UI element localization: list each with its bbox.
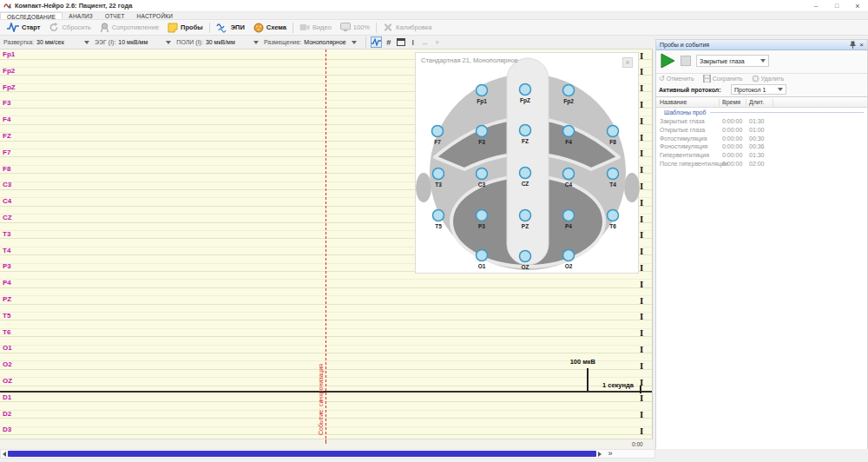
channel-label-FpZ: FpZ [3, 83, 16, 92]
channel-baseline [0, 401, 653, 402]
scrollbar-thumb[interactable] [8, 451, 596, 457]
channel-calibration-marker: I [640, 214, 643, 224]
channel-label-D1: D1 [3, 393, 11, 402]
100%-button[interactable]: 100% [336, 21, 374, 35]
tab-анализ[interactable]: АНАЛИЗ [62, 12, 99, 19]
cell-name: После гипервентиляции [660, 161, 728, 167]
h-scale-tool[interactable]: ↔ [419, 36, 431, 48]
action-label: Сохранить [713, 76, 743, 82]
cell-time: 0:00:00 [722, 152, 742, 158]
setting-field-1[interactable]: ЭЭГ (I):10 мкВ/мм [95, 39, 171, 45]
setting-field-0[interactable]: Развертка:30 мм/сек [3, 39, 89, 45]
toolbar-separator [293, 23, 293, 33]
сопротивление-button[interactable]: Сопротивление [95, 21, 163, 35]
electrode-Fp2 [563, 85, 575, 96]
tab-обследование[interactable]: ОБСЛЕДОВАНИЕ [0, 12, 62, 19]
channel-calibration-marker: I [640, 393, 643, 403]
setting-value: Монополярное [304, 39, 349, 45]
trace-style-tool[interactable] [371, 36, 382, 48]
note-icon [168, 23, 178, 33]
калибровка-button[interactable]: Калибровка [378, 21, 436, 35]
схема-button[interactable]: Схема [249, 21, 291, 35]
stop-test-button[interactable] [681, 56, 691, 66]
channel-label-C4: C4 [3, 197, 11, 206]
tab-настройки[interactable]: НАСТРОЙКИ [131, 12, 180, 19]
electrode-label-C3: C3 [478, 182, 486, 188]
protocol-selector[interactable]: Протокол 1 [731, 84, 786, 95]
channel-calibration-marker: I [640, 165, 643, 175]
channel-midline [0, 345, 653, 346]
table-row[interactable]: Гипервентиляция0:00:0001:30 [656, 151, 867, 160]
table-row[interactable]: После гипервентиляции0:00:0002:00 [656, 160, 867, 168]
channel-calibration-marker: I [640, 328, 643, 338]
close-button[interactable] [847, 0, 868, 11]
toolbar-button-label: Пробы [181, 23, 203, 31]
setting-value: 30 мкВ/мм [206, 39, 251, 45]
setting-field-2[interactable]: ПОЛИ (I):30 мкВ/мм [176, 39, 259, 45]
channel-label-F3: F3 [3, 99, 10, 108]
event-actions: ↺ОтменитьСохранитьУдалить [656, 73, 867, 83]
отменить-button[interactable]: ↺Отменить [659, 76, 694, 82]
layout-tool[interactable] [395, 36, 406, 48]
table-row[interactable]: Закрытые глаза0:00:0001:30 [656, 117, 867, 126]
calibration-icon [383, 23, 393, 32]
panel-close-icon[interactable] [859, 42, 864, 49]
сохранить-button[interactable]: Сохранить [703, 75, 743, 83]
видео-button[interactable]: Видео [295, 21, 336, 35]
cell-time: 0:00:00 [722, 135, 742, 142]
electrode-label-F7: F7 [434, 139, 441, 145]
сбросить-button[interactable]: Сбросить [44, 21, 95, 35]
cursor-tool[interactable]: I [407, 36, 418, 48]
events-panel-header: Пробы и события [656, 40, 867, 50]
horizontal-scrollbar[interactable] [0, 449, 655, 459]
toolbar-button-label: Схема [266, 23, 286, 31]
montage-panel-button[interactable] [622, 57, 633, 68]
эпи-button[interactable]: ЭПИ [212, 21, 249, 35]
column-header-name[interactable]: Название [660, 99, 687, 105]
toolbar-button-label: Видео [312, 23, 332, 31]
setting-field-3[interactable]: Размещение:Монополярное [264, 39, 357, 45]
tests-table-header: Название Время Длит. [656, 97, 867, 108]
table-row[interactable]: Фоностимуляция0:00:0000:36 [656, 142, 867, 151]
app-window: { "window": { "title": "Компакт-Нейро 2.… [0, 0, 868, 462]
pin-icon[interactable] [850, 41, 856, 49]
minimize-button[interactable] [806, 0, 826, 11]
electrode-label-CZ: CZ [522, 181, 529, 187]
channel-calibration-marker: I [640, 51, 643, 61]
пробы-button[interactable]: Пробы [163, 21, 207, 35]
channel-calibration-marker: I [640, 198, 643, 208]
trace-area[interactable]: Fp1IFp2IFpZIF3IF4IFZIF7IF8IC3IC4ICZIT3IT… [0, 50, 653, 439]
test-selector[interactable]: Закрытые глаза [696, 55, 769, 67]
scroll-left-button[interactable] [1, 450, 8, 458]
column-header-duration[interactable]: Длит. [749, 99, 764, 105]
старт-button[interactable]: Старт [3, 21, 44, 35]
maximize-button[interactable] [826, 0, 847, 11]
channel-midline [0, 410, 653, 411]
table-row[interactable]: Фотостимуляция0:00:0000:30 [656, 135, 867, 143]
title-bar: Компакт-Нейро 2.6: Пациент, 22 года [0, 0, 868, 12]
group-rule [710, 112, 865, 113]
tab-отчет[interactable]: ОТЧЕТ [99, 12, 131, 19]
cell-name: Гипервентиляция [660, 152, 709, 158]
chevron-down-icon [84, 41, 89, 44]
grid-tool[interactable]: # [383, 36, 394, 48]
main-toolbar: СтартСброситьСопротивлениеПробыЭПИСхемаВ… [0, 20, 868, 36]
events-panel: Пробы и события Закрытые глаза ↺Отменить… [655, 39, 868, 449]
scroll-more-button[interactable] [603, 449, 617, 459]
setting-label: ЭЭГ (I): [95, 39, 115, 45]
table-row[interactable]: Открытые глаза0:00:0001:00 [656, 126, 867, 135]
marker-tool[interactable]: + [431, 36, 443, 48]
electrode-T6 [608, 210, 619, 221]
удалить-button[interactable]: Удалить [752, 75, 785, 83]
channel-calibration-marker: I [640, 182, 643, 191]
scroll-right-button[interactable] [596, 450, 603, 458]
channel-midline [0, 312, 653, 313]
cell-time: 0:00:00 [722, 161, 742, 167]
electrode-P4 [563, 210, 575, 221]
monitor-icon [340, 23, 351, 32]
start-test-button[interactable] [659, 52, 676, 69]
test-selector-value: Закрытые глаза [700, 58, 758, 64]
column-header-time[interactable]: Время [722, 99, 740, 105]
electrode-label-Fp2: Fp2 [563, 98, 574, 105]
test-controls: Закрытые глаза [656, 51, 867, 72]
